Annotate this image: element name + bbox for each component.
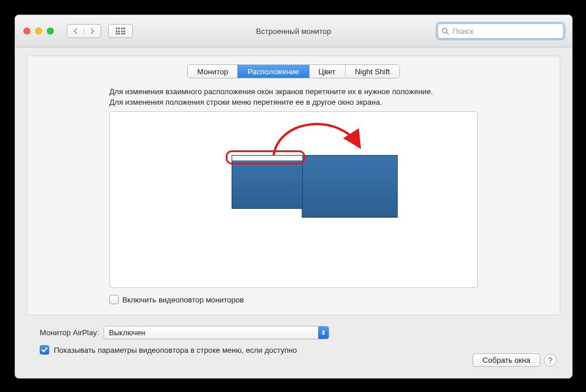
- nav-back-button[interactable]: [67, 28, 84, 34]
- display-tabs: Монитор Расположение Цвет Night Shift: [187, 64, 399, 78]
- lower-controls: Монитор AirPlay: Выключен Показывать пар…: [27, 326, 560, 355]
- gather-windows-label: Собрать окна: [482, 356, 530, 365]
- instruction-line-1: Для изменения взаимного расположения око…: [109, 87, 478, 97]
- apps-grid-icon: [116, 27, 126, 35]
- show-in-menubar-checkbox[interactable]: [40, 345, 49, 355]
- svg-line-1: [446, 32, 449, 35]
- primary-display[interactable]: [232, 155, 303, 209]
- gather-windows-button[interactable]: Собрать окна: [473, 353, 540, 367]
- window-traffic-lights: [23, 27, 54, 35]
- window-titlebar: Встроенный монитор: [15, 15, 572, 47]
- help-icon: ?: [548, 356, 552, 365]
- show-in-menubar-label: Показывать параметры видеоповтора в стро…: [54, 346, 297, 355]
- mirror-displays-checkbox[interactable]: [109, 295, 119, 304]
- show-in-menubar-row: Показывать параметры видеоповтора в стро…: [40, 345, 547, 355]
- menubar-handle[interactable]: [232, 156, 302, 161]
- minimize-window-button[interactable]: [35, 27, 42, 35]
- search-icon: [442, 27, 449, 35]
- nav-back-forward: [67, 24, 101, 38]
- chevron-right-icon: [90, 28, 95, 34]
- bottom-right-controls: Собрать окна ?: [473, 353, 557, 367]
- arrangement-panel: Монитор Расположение Цвет Night Shift Дл…: [27, 56, 560, 315]
- tab-night-shift[interactable]: Night Shift: [345, 65, 399, 78]
- search-field[interactable]: [437, 23, 564, 39]
- search-input[interactable]: [451, 26, 560, 36]
- close-window-button[interactable]: [23, 27, 30, 35]
- tab-night-shift-label: Night Shift: [355, 67, 390, 76]
- displays-arrangement-canvas[interactable]: [109, 111, 478, 288]
- show-all-prefs-button[interactable]: [108, 24, 133, 38]
- instruction-line-2: Для изменения положения строки меню пере…: [109, 97, 478, 108]
- mirror-displays-row: Включить видеоповтор мониторов: [109, 295, 478, 304]
- chevron-left-icon: [73, 28, 78, 34]
- mirror-displays-label: Включить видеоповтор мониторов: [122, 295, 244, 304]
- tab-display[interactable]: Монитор: [188, 65, 237, 78]
- tab-color[interactable]: Цвет: [309, 65, 345, 78]
- secondary-display[interactable]: [302, 155, 398, 218]
- airplay-label: Монитор AirPlay:: [40, 328, 99, 337]
- preferences-body: Монитор Расположение Цвет Night Shift Дл…: [15, 47, 572, 379]
- airplay-row: Монитор AirPlay: Выключен: [40, 326, 547, 339]
- tab-arrangement[interactable]: Расположение: [237, 65, 308, 78]
- nav-forward-button[interactable]: [84, 28, 101, 34]
- tab-arrangement-label: Расположение: [247, 67, 299, 76]
- popup-arrows-icon: [318, 326, 329, 339]
- instructions-text: Для изменения взаимного расположения око…: [27, 87, 560, 108]
- airplay-value: Выключен: [109, 328, 145, 337]
- tab-color-label: Цвет: [319, 67, 336, 76]
- airplay-popup[interactable]: Выключен: [104, 326, 329, 339]
- tab-display-label: Монитор: [197, 67, 228, 76]
- zoom-window-button[interactable]: [47, 27, 54, 35]
- help-button[interactable]: ?: [544, 354, 557, 367]
- preferences-window: Встроенный монитор Монитор Расположение …: [15, 15, 573, 379]
- annotation-arrow: [268, 113, 373, 160]
